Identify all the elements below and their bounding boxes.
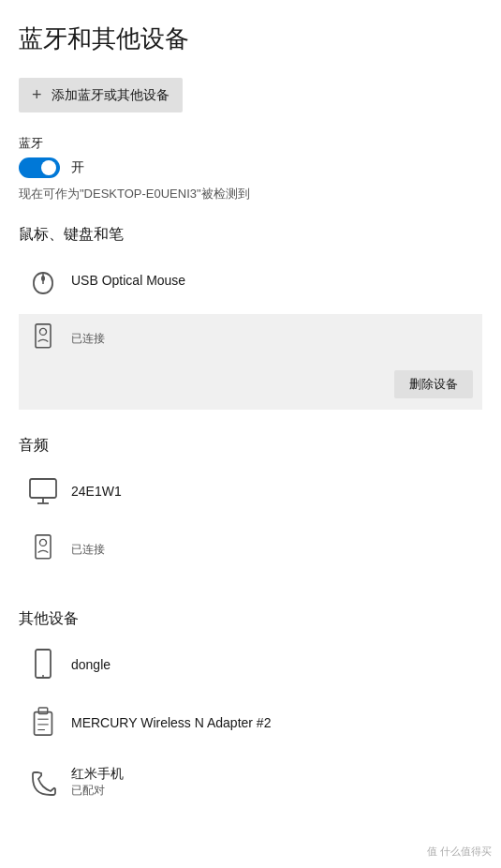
- svg-rect-16: [35, 712, 52, 736]
- other-section-header: 其他设备: [19, 609, 482, 629]
- mouse-name: USB Optical Mouse: [71, 273, 185, 288]
- svg-point-5: [40, 329, 41, 330]
- bluetooth-toggle-label: 开: [71, 159, 84, 176]
- redmi-info: 红米手机 已配对: [71, 766, 124, 799]
- svg-rect-14: [36, 650, 51, 678]
- monitor-icon: [28, 476, 58, 506]
- dongle-name: dongle: [71, 657, 111, 672]
- svg-point-4: [39, 328, 46, 335]
- audio-tablet-info: 已连接: [71, 542, 105, 558]
- settings-page: 蓝牙和其他设备 + 添加蓝牙或其他设备 蓝牙 开 现在可作为"DESKTOP-E…: [0, 0, 501, 855]
- device-item-mouse[interactable]: USB Optical Mouse: [19, 256, 482, 314]
- redmi-status: 已配对: [71, 783, 124, 799]
- monitor-info: 24E1W1: [71, 484, 122, 499]
- usb-device-icon: [28, 708, 58, 738]
- remove-device-button[interactable]: 删除设备: [394, 370, 473, 398]
- mercury-info: MERCURY Wireless N Adapter #2: [71, 715, 271, 730]
- svg-rect-7: [30, 479, 56, 498]
- keyboard-info: 已连接: [71, 331, 105, 347]
- keyboard-status: 已连接: [71, 331, 105, 347]
- device-item-mercury[interactable]: MERCURY Wireless N Adapter #2: [19, 698, 482, 756]
- device-item-dongle[interactable]: dongle: [19, 640, 482, 698]
- remove-btn-row: 删除设备: [19, 363, 482, 410]
- device-item-monitor[interactable]: 24E1W1: [19, 467, 482, 525]
- device-item-redmi[interactable]: 红米手机 已配对: [19, 756, 482, 817]
- svg-rect-17: [38, 708, 47, 714]
- svg-rect-3: [36, 324, 51, 348]
- bluetooth-toggle[interactable]: [19, 157, 60, 178]
- phone-icon: [28, 768, 58, 798]
- dongle-icon: [28, 650, 58, 680]
- plus-icon: +: [32, 85, 42, 105]
- add-device-label: 添加蓝牙或其他设备: [52, 87, 169, 104]
- audio-tablet-status: 已连接: [71, 542, 105, 558]
- dongle-info: dongle: [71, 657, 111, 672]
- bluetooth-detectable-text: 现在可作为"DESKTOP-E0UENI3"被检测到: [19, 186, 482, 202]
- svg-point-13: [45, 540, 46, 541]
- svg-point-12: [40, 540, 41, 541]
- toggle-thumb: [41, 160, 56, 175]
- audio-section-header: 音频: [19, 436, 482, 456]
- redmi-name: 红米手机: [71, 766, 124, 783]
- page-title: 蓝牙和其他设备: [19, 22, 482, 55]
- mouse-info: USB Optical Mouse: [71, 273, 185, 288]
- svg-point-6: [45, 329, 46, 330]
- device-item-audio-tablet[interactable]: 已连接: [19, 525, 482, 583]
- mercury-name: MERCURY Wireless N Adapter #2: [71, 715, 271, 730]
- mouse-icon: [28, 265, 58, 295]
- bluetooth-toggle-row: 开: [19, 157, 482, 178]
- svg-point-11: [39, 539, 46, 546]
- svg-rect-10: [36, 535, 51, 559]
- bluetooth-section-label: 蓝牙: [19, 135, 482, 152]
- add-device-button[interactable]: + 添加蓝牙或其他设备: [19, 78, 183, 112]
- monitor-name: 24E1W1: [71, 484, 122, 499]
- svg-point-2: [41, 276, 45, 281]
- tablet-face-icon-1: [28, 323, 58, 353]
- mouse-keyboard-section-header: 鼠标、键盘和笔: [19, 225, 482, 245]
- watermark: 值 什么值得买: [427, 845, 492, 859]
- device-item-keyboard[interactable]: 已连接: [19, 314, 482, 363]
- toggle-track: [19, 157, 60, 178]
- tablet-face-icon-2: [28, 534, 58, 564]
